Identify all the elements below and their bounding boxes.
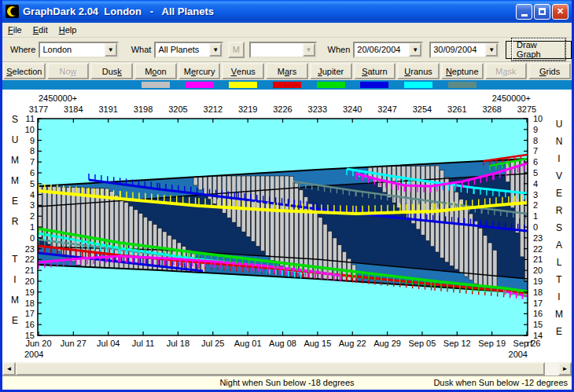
- julian-date-label: 3177: [29, 104, 48, 114]
- what-combobox[interactable]: All Planets ▼: [154, 42, 223, 58]
- right-hour-label: 8: [533, 136, 538, 145]
- date-from-value: 20/06/2004: [355, 43, 409, 57]
- legend-color-jupiter: [317, 82, 345, 88]
- chevron-down-icon[interactable]: ▼: [105, 43, 117, 57]
- right-hour-label: 3: [533, 190, 538, 200]
- maximize-icon: [539, 8, 546, 15]
- planet-button-moon[interactable]: Moon: [134, 63, 177, 79]
- chevron-down-icon[interactable]: ▼: [209, 43, 222, 57]
- calendar-date-label: Jul 04: [97, 339, 120, 348]
- right-hour-label: 2: [533, 200, 538, 210]
- minimize-icon: [521, 14, 528, 16]
- julian-date-label: 3261: [447, 104, 466, 114]
- julian-offset-right: 2450000+: [492, 93, 531, 103]
- app-window: GraphDark 2.04 London - All Planets ✕ Fi…: [0, 0, 574, 392]
- app-icon: [6, 5, 19, 18]
- left-hour-label: 4: [30, 190, 35, 200]
- julian-date-label: 3205: [168, 104, 187, 114]
- where-value: London: [40, 43, 104, 57]
- left-hour-label: 6: [30, 168, 35, 178]
- planet-button-bar: SelectionNowDuskMoonMercuryVenusMarsJupi…: [2, 62, 572, 80]
- menu-item-edit[interactable]: Edit: [28, 24, 53, 36]
- planet-button-dusk[interactable]: Dusk: [90, 63, 133, 79]
- right-hour-label: 9: [533, 125, 538, 134]
- scrollbar-thumb[interactable]: [16, 362, 545, 376]
- right-hour-label: 19: [533, 277, 543, 286]
- left-hour-label: 17: [25, 309, 35, 318]
- julian-date-label: 3219: [238, 104, 257, 114]
- right-hour-label: 21: [533, 255, 543, 264]
- planet-button-mercury[interactable]: Mercury: [178, 63, 221, 79]
- status-dusk-text: Dusk when Sun below -12 degrees: [433, 378, 568, 387]
- legend-color-moon: [142, 82, 170, 88]
- left-hour-label: 2: [30, 211, 35, 221]
- where-combobox[interactable]: London ▼: [39, 42, 118, 58]
- left-axis-letter: S: [12, 114, 18, 125]
- right-hour-label: 17: [533, 299, 543, 308]
- left-axis-letter: E: [12, 315, 18, 326]
- left-hour-label: 3: [30, 200, 35, 210]
- calendar-date-label: Jun 27: [61, 339, 86, 348]
- what-value: All Planets: [156, 43, 209, 57]
- left-hour-label: 11: [26, 114, 35, 123]
- chart-panel[interactable]: 3177Jun 203184Jun 273191Jul 043198Jul 11…: [2, 90, 572, 362]
- menu-item-file[interactable]: File: [2, 24, 28, 36]
- date-to-combobox[interactable]: 30/09/2004 ▼: [429, 42, 499, 58]
- planet-color-legend: [2, 80, 572, 90]
- planet-button-now: Now: [47, 63, 90, 79]
- left-hour-label: 15: [25, 331, 35, 340]
- left-axis-letter: M: [11, 295, 19, 306]
- right-hour-label: 18: [533, 288, 543, 297]
- chevron-down-icon[interactable]: ▼: [485, 43, 498, 57]
- planet-button-grids[interactable]: Grids: [528, 63, 571, 79]
- minimize-button[interactable]: [516, 4, 532, 20]
- planet-button-uranus[interactable]: Uranus: [397, 63, 440, 79]
- planet-button-selection[interactable]: Selection: [3, 63, 46, 79]
- planet-button-neptune[interactable]: Neptune: [441, 63, 484, 79]
- planet-button-mars[interactable]: Mars: [266, 63, 308, 79]
- close-button[interactable]: ✕: [552, 4, 568, 20]
- horizontal-scrollbar[interactable]: ◄ ►: [2, 362, 572, 376]
- calendar-date-label: Aug 01: [234, 339, 262, 348]
- chevron-down-icon: ▼: [303, 43, 315, 57]
- right-axis-letter: S: [556, 222, 562, 233]
- scroll-right-arrow-icon[interactable]: ►: [558, 362, 572, 376]
- right-axis-letter: I: [557, 153, 560, 164]
- right-axis-letter: E: [556, 188, 562, 199]
- right-hour-label: 16: [533, 309, 543, 318]
- left-hour-label: 18: [25, 299, 35, 308]
- draw-graph-label: Draw Graph: [511, 38, 566, 61]
- planet-button-venus[interactable]: Venus: [222, 63, 264, 79]
- right-hour-label: 6: [533, 157, 538, 167]
- year-left: 2004: [24, 350, 43, 359]
- right-axis-letter: E: [556, 326, 562, 337]
- scroll-left-arrow-icon[interactable]: ◄: [2, 362, 16, 376]
- m-button: M: [228, 42, 244, 58]
- draw-graph-button[interactable]: Draw Graph: [506, 41, 572, 59]
- right-axis-letter: N: [556, 136, 563, 147]
- scrollbar-track[interactable]: [545, 362, 558, 376]
- left-hour-label: 20: [25, 277, 35, 286]
- julian-date-label: 3254: [413, 104, 432, 114]
- extra-combobox: ▼: [249, 42, 317, 58]
- right-axis-letter: R: [556, 205, 563, 216]
- right-hour-label: 7: [533, 146, 538, 156]
- calendar-date-label: Sep 12: [443, 339, 471, 348]
- right-hour-label: 23: [533, 233, 543, 243]
- julian-date-label: 3191: [98, 104, 117, 114]
- right-axis-letter: V: [556, 170, 562, 181]
- chevron-down-icon[interactable]: ▼: [409, 43, 421, 57]
- left-axis-letter: I: [13, 274, 16, 285]
- planet-button-saturn[interactable]: Saturn: [354, 63, 396, 79]
- maximize-button[interactable]: [534, 4, 550, 20]
- planet-button-jupiter[interactable]: Jupiter: [310, 63, 352, 79]
- calendar-date-label: Jul 18: [167, 339, 189, 348]
- date-from-combobox[interactable]: 20/06/2004 ▼: [353, 42, 423, 58]
- visibility-chart[interactable]: 3177Jun 203184Jun 273191Jul 043198Jul 11…: [2, 90, 572, 362]
- julian-date-label: 3184: [64, 104, 83, 114]
- left-hour-label: 8: [30, 146, 35, 156]
- left-hour-label: 7: [30, 157, 35, 167]
- calendar-date-label: Aug 22: [339, 339, 366, 348]
- menu-item-help[interactable]: Help: [53, 24, 83, 36]
- date-to-value: 30/09/2004: [431, 43, 485, 57]
